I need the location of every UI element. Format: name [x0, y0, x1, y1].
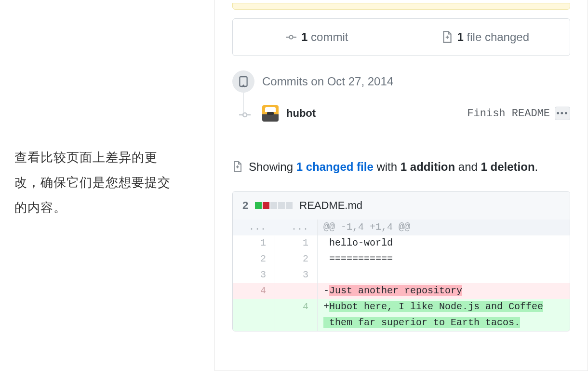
diff-line-addition: 4 +Hubot here, I like Node.js and Coffee — [233, 299, 570, 315]
commit-icon — [286, 32, 296, 42]
diff-change-count: 2 — [242, 199, 248, 212]
stats-box: 1 commit 1 file changed — [232, 18, 570, 56]
file-diff-icon — [232, 161, 243, 173]
commit-date-label: Commits on Oct 27, 2014 — [262, 75, 393, 88]
commit-timeline: Commits on Oct 27, 2014 hubot Finish REA… — [232, 70, 570, 122]
diff-box: 2 README.md ... ... @@ -1,4 +1,4 @@ 1 1 … — [232, 191, 570, 331]
diff-line: 3 3 — [233, 267, 570, 283]
summary-prefix: Showing — [249, 160, 293, 173]
avatar[interactable] — [262, 105, 279, 122]
commit-message[interactable]: Finish README — [467, 108, 550, 120]
svg-point-6 — [243, 113, 247, 117]
commit-date-row: Commits on Oct 27, 2014 — [232, 70, 570, 93]
compare-panel: 1 commit 1 file changed Co — [214, 0, 588, 371]
diff-body: ... ... @@ -1,4 +1,4 @@ 1 1 hello-world … — [233, 220, 570, 331]
instruction-text: 查看比较页面上差异的更改，确保它们是您想要提交的内容。 — [14, 145, 178, 220]
changed-files-link[interactable]: 1 changed file — [296, 160, 374, 173]
commit-count-text: 1 commit — [301, 30, 348, 44]
commit-node-icon — [239, 109, 248, 118]
diff-line: 1 1 hello-world — [233, 235, 570, 251]
diff-summary: Showing 1 changed file with 1 addition a… — [232, 160, 570, 174]
commits-badge-icon — [232, 70, 254, 93]
deletions-count: 1 deletion — [481, 160, 535, 173]
additions-count: 1 addition — [401, 160, 455, 173]
files-changed-stat[interactable]: 1 file changed — [401, 19, 570, 55]
hunk-header-row: ... ... @@ -1,4 +1,4 @@ — [233, 220, 570, 235]
commits-stat[interactable]: 1 commit — [233, 19, 401, 55]
file-diff-icon — [442, 31, 453, 43]
diff-filename[interactable]: README.md — [299, 199, 362, 212]
svg-point-0 — [289, 35, 293, 39]
diff-line-addition: them far superior to Earth tacos. — [233, 315, 570, 331]
diff-file-header[interactable]: 2 README.md — [233, 192, 570, 220]
notice-bar-bottom — [232, 3, 570, 10]
commit-row[interactable]: hubot Finish README ••• — [232, 105, 570, 122]
diff-line-deletion: 4 -Just another repository — [233, 283, 570, 299]
commit-author[interactable]: hubot — [286, 107, 316, 120]
kebab-menu[interactable]: ••• — [555, 107, 570, 120]
file-changed-text: 1 file changed — [457, 30, 529, 44]
diff-stat-squares — [255, 202, 293, 209]
diff-line: 2 2 =========== — [233, 251, 570, 267]
